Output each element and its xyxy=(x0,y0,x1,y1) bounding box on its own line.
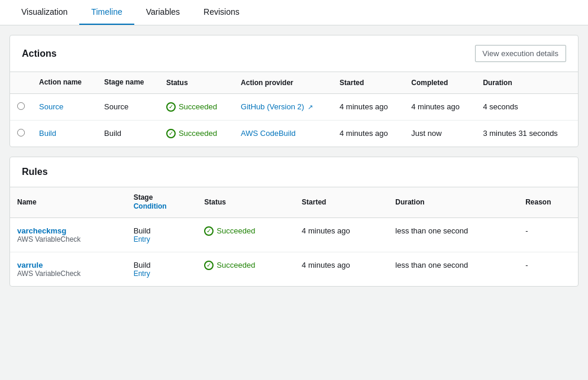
check-icon: ✓ xyxy=(204,226,214,236)
github-provider-link[interactable]: GitHub (Version 2) ↗ xyxy=(241,102,313,111)
rule2-status: ✓ Succeeded xyxy=(197,252,295,286)
rule1-duration: less than one second xyxy=(388,217,518,252)
row2-completed: Just now xyxy=(404,120,476,147)
row2-started: 4 minutes ago xyxy=(332,120,404,147)
row2-status-badge: ✓ Succeeded xyxy=(166,129,227,138)
rule1-started: 4 minutes ago xyxy=(295,217,388,252)
codebuild-provider-link[interactable]: AWS CodeBuild xyxy=(241,129,296,138)
main-content: Actions View execution details Action na… xyxy=(0,25,588,306)
row1-status-badge: ✓ Succeeded xyxy=(166,102,227,112)
tabs-bar: Visualization Timeline Variables Revisio… xyxy=(0,0,588,25)
duration-col-header: Duration xyxy=(476,72,578,93)
rules-status-col-header: Status xyxy=(197,187,295,218)
build-action-link[interactable]: Build xyxy=(39,129,56,138)
check-icon: ✓ xyxy=(166,129,176,138)
status-col-header: Status xyxy=(159,72,234,93)
external-link-icon: ↗ xyxy=(308,103,313,111)
rule1-reason: - xyxy=(518,217,578,252)
table-row: Build Build ✓ Succeeded AWS CodeBuild 4 … xyxy=(10,120,578,147)
completed-col-header: Completed xyxy=(404,72,476,93)
row1-duration: 4 seconds xyxy=(476,93,578,120)
check-icon: ✓ xyxy=(204,261,214,270)
rules-section: Rules Name Stage Condition Status Starte… xyxy=(9,157,579,287)
row2-action-name: Build xyxy=(32,120,97,147)
row1-started: 4 minutes ago xyxy=(332,93,404,120)
rules-table: Name Stage Condition Status Started Dura… xyxy=(10,187,578,286)
rule1-status: ✓ Succeeded xyxy=(197,217,295,252)
tab-visualization[interactable]: Visualization xyxy=(9,0,79,25)
tab-timeline[interactable]: Timeline xyxy=(79,0,134,25)
rules-stage-col-header: Stage Condition xyxy=(127,187,198,218)
started-col-header: Started xyxy=(332,72,404,93)
rules-title: Rules xyxy=(22,167,48,177)
action-provider-col-header: Action provider xyxy=(234,72,332,93)
row1-stage-name: Source xyxy=(97,93,159,120)
row1-action-provider: GitHub (Version 2) ↗ xyxy=(234,93,332,120)
rule2-duration: less than one second xyxy=(388,252,518,286)
action-name-col-header: Action name xyxy=(32,72,97,93)
row2-stage-name: Build xyxy=(97,120,159,147)
check-icon: ✓ xyxy=(166,102,176,112)
select-col-header xyxy=(10,72,32,93)
rules-name-col-header: Name xyxy=(10,187,127,218)
actions-header: Actions View execution details xyxy=(10,35,578,72)
tab-revisions[interactable]: Revisions xyxy=(192,0,251,25)
row1-status: ✓ Succeeded xyxy=(159,93,234,120)
row2-select[interactable] xyxy=(10,120,32,147)
row1-select[interactable] xyxy=(10,93,32,120)
rule1-status-badge: ✓ Succeeded xyxy=(204,226,287,236)
table-row: varrule AWS VariableCheck Build Entry ✓ … xyxy=(10,252,578,286)
rules-duration-col-header: Duration xyxy=(388,187,518,218)
row2-duration: 3 minutes 31 seconds xyxy=(476,120,578,147)
actions-title: Actions xyxy=(22,48,57,59)
rule1-name: varcheckmsg AWS VariableCheck xyxy=(10,217,127,252)
actions-table-header-row: Action name Stage name Status Action pro… xyxy=(10,72,578,93)
rule2-stage: Build Entry xyxy=(127,252,198,286)
row1-action-name: Source xyxy=(32,93,97,120)
rules-header: Rules xyxy=(10,157,578,187)
table-row: varcheckmsg AWS VariableCheck Build Entr… xyxy=(10,217,578,252)
rule2-name: varrule AWS VariableCheck xyxy=(10,252,127,286)
actions-section: Actions View execution details Action na… xyxy=(9,35,579,147)
row2-action-provider: AWS CodeBuild xyxy=(234,120,332,147)
rule2-reason: - xyxy=(518,252,578,286)
actions-table: Action name Stage name Status Action pro… xyxy=(10,72,578,147)
tab-variables[interactable]: Variables xyxy=(134,0,192,25)
view-execution-button[interactable]: View execution details xyxy=(475,45,566,62)
source-action-link[interactable]: Source xyxy=(39,102,63,111)
rules-reason-col-header: Reason xyxy=(518,187,578,218)
rule2-status-badge: ✓ Succeeded xyxy=(204,261,287,270)
rule2-started: 4 minutes ago xyxy=(295,252,388,286)
rule1-stage: Build Entry xyxy=(127,217,198,252)
table-row: Source Source ✓ Succeeded GitHub (Versio… xyxy=(10,93,578,120)
stage-name-col-header: Stage name xyxy=(97,72,159,93)
rules-started-col-header: Started xyxy=(295,187,388,218)
rules-table-header-row: Name Stage Condition Status Started Dura… xyxy=(10,187,578,218)
row2-status: ✓ Succeeded xyxy=(159,120,234,147)
row1-completed: 4 minutes ago xyxy=(404,93,476,120)
